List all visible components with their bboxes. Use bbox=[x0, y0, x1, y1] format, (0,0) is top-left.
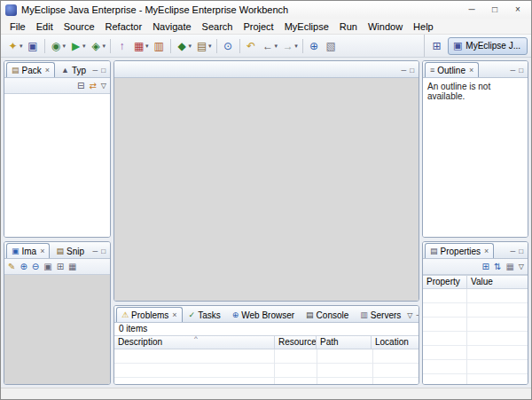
menu-source[interactable]: Source bbox=[59, 20, 100, 33]
menu-myeclipse[interactable]: MyEclipse bbox=[279, 20, 334, 33]
minimize-window-button[interactable]: ─ bbox=[463, 4, 481, 16]
close-tab-icon[interactable]: × bbox=[484, 247, 489, 255]
new-wizard-button[interactable]: ✦ bbox=[4, 37, 25, 55]
menu-project[interactable]: Project bbox=[238, 20, 278, 33]
maximize-view-icon[interactable]: □ bbox=[410, 67, 414, 75]
minimize-view-icon[interactable]: ─ bbox=[92, 67, 98, 75]
view-menu-icon[interactable]: ▽ bbox=[407, 311, 412, 320]
menu-file[interactable]: File bbox=[4, 20, 31, 33]
run-button[interactable]: ▶ bbox=[67, 37, 88, 55]
zoom-in-icon[interactable]: ⊕ bbox=[20, 260, 27, 274]
column-header-description[interactable]: Description ^ bbox=[114, 336, 275, 349]
minimize-view-icon[interactable]: ─ bbox=[510, 247, 515, 256]
tab-label: Snip bbox=[66, 247, 84, 256]
column-header-value[interactable]: Value bbox=[467, 276, 528, 288]
maximize-view-icon[interactable]: □ bbox=[101, 247, 106, 256]
minimize-view-icon[interactable]: ─ bbox=[401, 67, 406, 75]
maximize-view-icon[interactable]: □ bbox=[519, 247, 523, 256]
sort-icon[interactable]: ⇅ bbox=[494, 260, 501, 274]
tab-outline[interactable]: ≡ Outline × bbox=[425, 62, 479, 77]
actual-size-icon[interactable]: ▣ bbox=[43, 260, 51, 274]
link-editor-icon[interactable]: ⇄ bbox=[89, 79, 96, 93]
perspective-myeclipse-button[interactable]: ▣ MyEclipse J... bbox=[448, 37, 528, 55]
new-class-button[interactable]: ◆ bbox=[174, 37, 194, 55]
tab-snippets[interactable]: ▤ Snip bbox=[51, 243, 90, 258]
view-corner-buttons: ─ □ bbox=[92, 247, 108, 258]
last-edit-button[interactable]: ↶ bbox=[243, 37, 260, 55]
problems-view: ⚠ Problems × ✓ Tasks ⊕ Web Browser ▤ C bbox=[113, 305, 419, 385]
tab-web-browser[interactable]: ⊕ Web Browser bbox=[227, 307, 300, 322]
maximize-view-icon[interactable]: □ bbox=[101, 67, 106, 75]
close-tab-icon[interactable]: × bbox=[40, 247, 44, 255]
new-package-button[interactable]: ▤ bbox=[193, 37, 214, 55]
column-header-location[interactable]: Location bbox=[372, 336, 419, 349]
menu-window[interactable]: Window bbox=[363, 20, 408, 33]
tab-servers[interactable]: ▥ Servers bbox=[355, 307, 406, 322]
menu-help[interactable]: Help bbox=[408, 20, 439, 33]
debug-button[interactable]: ◉ bbox=[48, 37, 68, 55]
close-window-button[interactable]: × bbox=[509, 4, 527, 16]
menu-search[interactable]: Search bbox=[197, 20, 239, 33]
status-bar bbox=[1, 388, 531, 399]
menu-run[interactable]: Run bbox=[334, 20, 363, 33]
categories-icon[interactable]: ⊞ bbox=[482, 260, 489, 274]
minimize-view-icon[interactable]: ─ bbox=[416, 311, 419, 320]
database-button[interactable]: ▥ bbox=[151, 37, 168, 55]
tab-type-hierarchy[interactable]: ▲ Typ bbox=[56, 62, 91, 77]
titlebar: MyEclipse Java Enterprise - MyEclipse En… bbox=[1, 1, 531, 19]
new-wizard-icon: ✦ bbox=[6, 37, 20, 55]
tab-image-preview[interactable]: ▣ Ima × bbox=[6, 243, 50, 258]
column-header-property[interactable]: Property bbox=[423, 276, 467, 288]
tab-properties[interactable]: ▤ Properties × bbox=[425, 243, 494, 258]
minimize-view-icon[interactable]: ─ bbox=[92, 247, 98, 256]
image-preview-toolbar: ✎ ⊕ ⊖ ▣ ⊞ ▦ bbox=[4, 259, 110, 275]
column-header-path[interactable]: Path bbox=[317, 336, 372, 349]
editor-empty-area[interactable] bbox=[114, 78, 419, 301]
open-perspective-button[interactable]: ⊞ bbox=[428, 37, 445, 55]
external-tools-button[interactable]: ◈ bbox=[88, 37, 108, 55]
view-menu-icon[interactable]: ▽ bbox=[519, 260, 524, 274]
filter-icon[interactable]: ▦ bbox=[505, 260, 513, 274]
app-server-button[interactable]: ▦ bbox=[130, 37, 151, 55]
toolbar-separator bbox=[44, 39, 45, 53]
web-browser-button[interactable]: ⊕ bbox=[306, 37, 323, 55]
forward-button[interactable]: → bbox=[279, 37, 300, 55]
collapse-all-icon[interactable]: ⊟ bbox=[77, 79, 84, 93]
web-browser-tab-icon: ⊕ bbox=[232, 310, 239, 319]
close-tab-icon[interactable]: × bbox=[45, 66, 50, 75]
maximize-window-button[interactable]: □ bbox=[486, 4, 504, 16]
save-button[interactable]: ▣ bbox=[25, 37, 42, 55]
report-icon: ▧ bbox=[325, 37, 338, 55]
maximize-view-icon[interactable]: □ bbox=[519, 67, 523, 75]
minimize-view-icon[interactable]: ─ bbox=[510, 67, 515, 75]
tab-tasks[interactable]: ✓ Tasks bbox=[184, 307, 226, 322]
close-tab-icon[interactable]: × bbox=[469, 66, 473, 75]
tab-package-explorer[interactable]: ▤ Pack × bbox=[6, 62, 55, 77]
package-explorer-tree[interactable] bbox=[4, 94, 110, 237]
deploy-button[interactable]: ↑ bbox=[113, 37, 130, 55]
snippets-icon: ▤ bbox=[56, 247, 64, 255]
menu-refactor[interactable]: Refactor bbox=[100, 20, 148, 33]
deploy-icon: ↑ bbox=[115, 37, 129, 55]
menu-edit[interactable]: Edit bbox=[31, 20, 59, 33]
grid-icon[interactable]: ▦ bbox=[68, 260, 76, 274]
report-button[interactable]: ▧ bbox=[323, 37, 340, 55]
tab-console[interactable]: ▤ Console bbox=[301, 307, 354, 322]
outline-content: An outline is not available. bbox=[423, 78, 528, 237]
column-header-resource[interactable]: Resource bbox=[275, 336, 317, 349]
palette-icon[interactable]: ✎ bbox=[8, 260, 15, 274]
view-menu-icon[interactable]: ▽ bbox=[101, 79, 106, 93]
view-corner-buttons: ─ □ bbox=[92, 67, 108, 77]
back-button[interactable]: ← bbox=[260, 37, 280, 55]
workbench: ▤ Pack × ▲ Typ ─ □ ⊟ ⇄ ▽ bbox=[1, 58, 531, 388]
tab-problems[interactable]: ⚠ Problems × bbox=[116, 307, 183, 322]
zoom-out-icon[interactable]: ⊖ bbox=[32, 260, 39, 274]
image-preview-canvas[interactable] bbox=[4, 275, 110, 384]
menu-navigate[interactable]: Navigate bbox=[147, 20, 196, 33]
fit-page-icon[interactable]: ⊞ bbox=[57, 260, 64, 274]
close-tab-icon[interactable]: × bbox=[172, 310, 176, 319]
package-explorer-tabbar: ▤ Pack × ▲ Typ ─ □ bbox=[4, 61, 110, 78]
debug-icon: ◉ bbox=[50, 37, 63, 55]
search-button[interactable]: ⊙ bbox=[220, 37, 237, 55]
console-icon: ▤ bbox=[306, 310, 314, 319]
